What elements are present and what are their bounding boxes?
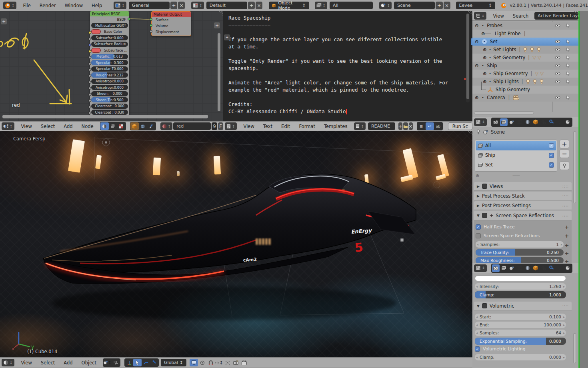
subsurface-slider[interactable]: Subsurfac:0.000 <box>91 35 128 40</box>
remove-layer-button[interactable]: − <box>560 149 569 158</box>
hide-toggle[interactable] <box>552 72 563 75</box>
breadcrumb-scene[interactable]: Scene <box>491 129 505 135</box>
socket[interactable] <box>88 74 91 77</box>
volumetric-lighting-checkbox[interactable]: ✓ <box>475 346 480 352</box>
viewlayer-icon-button[interactable]: ↕ <box>315 2 328 9</box>
hide-toggle[interactable] <box>552 48 563 51</box>
material-output-node[interactable]: Material Output Surface Volume Displacem… <box>151 11 191 36</box>
tab-constraints[interactable] <box>540 118 548 126</box>
volume-input-socket[interactable] <box>150 24 152 27</box>
menu-select[interactable]: Select <box>36 124 59 129</box>
menu-render[interactable]: Render <box>35 3 60 8</box>
fake-user-button[interactable]: F <box>218 122 223 130</box>
socket[interactable] <box>88 68 91 71</box>
row-label[interactable]: Set Lights <box>493 47 516 52</box>
tab-physics[interactable] <box>564 264 572 272</box>
layer-use-checkbox[interactable]: ✓ <box>549 162 554 168</box>
outliner-row-ship-geometry-empty[interactable]: Ship Geometry <box>472 86 578 94</box>
trace-quality-slider[interactable]: Trace Quality: 0.250 <box>476 249 564 256</box>
editor-type-button[interactable]: ↕ <box>474 264 487 272</box>
panel-pp-stack[interactable]: ▶ Post Process Stack :::: <box>474 192 572 200</box>
outliner-row-camera[interactable]: ⊕ • Camera | <box>472 94 578 102</box>
bloom-color-field[interactable] <box>475 276 566 281</box>
line-numbers-toggle[interactable]: ≣ <box>417 122 426 130</box>
node-canvas[interactable]: Principled BSDF BSDF Multiscatter GGX ↕ … <box>0 11 223 121</box>
expand-icon[interactable]: ⊕ <box>481 31 485 36</box>
drag-dots-icon[interactable]: :::: <box>562 194 569 198</box>
pivot-point-button[interactable] <box>190 359 198 366</box>
intensity-field[interactable]: ◂ Intensity: 1.260 ▸ <box>475 283 566 290</box>
socket[interactable] <box>88 38 91 40</box>
outliner-row-ship-geometry[interactable]: ⊕ • Ship Geometry | ▽▽ <box>472 70 578 78</box>
tab-view-layer[interactable] <box>500 264 508 272</box>
drag-dots-icon[interactable]: :::: <box>562 214 569 218</box>
surface-input-socket[interactable] <box>150 18 152 21</box>
list-expand-icon[interactable]: ⊕ <box>476 173 479 178</box>
row-label[interactable]: Ship Geometry <box>496 87 530 92</box>
text-editor-body[interactable]: Race Spaceship ============== If you cha… <box>223 11 472 121</box>
animate-button[interactable]: + <box>564 232 570 239</box>
decrement-icon[interactable]: ◂ <box>476 323 478 327</box>
end-field[interactable]: ◂ End: 100.000 ▸ <box>475 322 566 328</box>
workspace-close-button[interactable]: × <box>178 2 185 9</box>
select-mode-button[interactable]: ↕ <box>103 359 112 366</box>
socket[interactable] <box>88 56 91 59</box>
editor-type-button[interactable]: ↕ <box>474 12 486 20</box>
row-label[interactable]: Camera <box>487 95 505 100</box>
scene-close-button[interactable]: × <box>444 2 450 9</box>
tab-particles[interactable]: ▽ <box>556 264 564 272</box>
socket[interactable] <box>88 99 91 102</box>
tab-object[interactable] <box>532 264 540 272</box>
menu-templates[interactable]: Templates <box>320 124 352 129</box>
outliner-row-set-lights[interactable]: ⊕ • Set Lights | <box>472 46 578 54</box>
tab-scene[interactable] <box>508 118 516 126</box>
expand-sidebar-button[interactable]: + <box>214 22 220 28</box>
increment-icon[interactable]: ▸ <box>563 331 565 335</box>
expand-region-button[interactable]: + <box>1 18 7 24</box>
row-label[interactable]: Ship <box>487 63 497 68</box>
editor-type-button[interactable]: ↕ <box>2 359 14 366</box>
socket[interactable] <box>88 81 91 84</box>
tab-modifiers[interactable] <box>548 264 556 272</box>
mode-transfer-button[interactable] <box>112 359 120 366</box>
row-label[interactable]: Ship Geometry <box>493 71 528 76</box>
text-browse-button[interactable]: ↕ <box>354 122 366 130</box>
selectable-toggle[interactable] <box>563 24 573 28</box>
tab-scene[interactable] <box>508 264 516 272</box>
metallic-slider[interactable]: Metallic:0.613 <box>91 54 128 59</box>
outliner-row-probes[interactable]: ⊖ • Probes <box>472 22 578 30</box>
add-layer-button[interactable]: + <box>560 140 569 148</box>
menu-file[interactable]: File <box>19 3 35 8</box>
socket[interactable] <box>88 93 91 96</box>
expand-icon[interactable]: ⊕ <box>483 79 487 84</box>
word-wrap-toggle[interactable]: ↩ <box>426 122 434 130</box>
clearcoat-roughness-slider[interactable]: Clearcoat : 0.030 <box>91 110 128 115</box>
editor-type-button[interactable]: ↕ <box>474 118 487 126</box>
material-users-button[interactable]: 9 <box>212 122 217 130</box>
v-scrollbar[interactable] <box>218 33 220 111</box>
unlink-text-button[interactable]: × <box>409 122 413 130</box>
tab-render[interactable] <box>492 118 500 126</box>
object-context-button[interactable] <box>130 122 139 130</box>
hide-toggle[interactable] <box>552 56 563 59</box>
tab-physics[interactable] <box>564 118 572 126</box>
list-resize-handle[interactable]: —— <box>512 173 520 178</box>
subsurface-radius-dropdown[interactable]: Subsurface Radius ↕ <box>91 42 128 47</box>
anisotropic-slider[interactable]: Anisotropi:0.000 <box>91 79 128 84</box>
max-roughness-slider[interactable]: Max Roughness: 0.500 <box>476 257 564 263</box>
object-shader-tab[interactable] <box>100 122 109 130</box>
linestyle-shader-tab[interactable] <box>117 122 126 130</box>
hide-toggle[interactable] <box>552 80 563 83</box>
tab-view-layer[interactable] <box>500 118 508 126</box>
text-name-field[interactable]: README <box>368 122 395 130</box>
panel-views[interactable]: ▶ Views :::: <box>474 182 572 191</box>
world-shader-tab[interactable] <box>109 122 117 130</box>
move-gizmo-button[interactable] <box>125 359 133 366</box>
subsurface-color-row[interactable]: Subsurface ... <box>91 48 128 53</box>
selectable-toggle[interactable] <box>563 72 573 76</box>
material-name-field[interactable]: red <box>173 122 211 130</box>
panel-checkbox[interactable] <box>482 303 487 308</box>
anisotropic-rotation-slider[interactable]: Anisotropi:0.000 <box>91 85 128 90</box>
specular-tint-slider[interactable]: Specular T0.000 <box>91 66 128 72</box>
outliner-row-set[interactable]: ⊖ • Set <box>472 38 578 46</box>
